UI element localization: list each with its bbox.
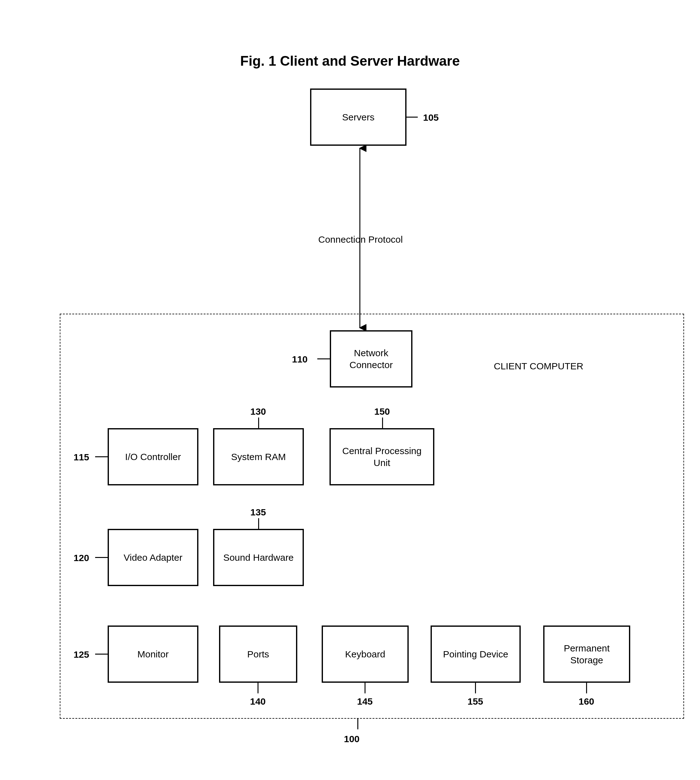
- leader-network-connector: [317, 358, 330, 359]
- box-permanent-storage: Permanent Storage: [543, 625, 630, 683]
- leader-client: [357, 719, 358, 729]
- box-permanent-storage-label: Permanent Storage: [549, 642, 625, 666]
- leader-sound-hw: [258, 518, 259, 529]
- ref-system-ram: 130: [250, 406, 266, 417]
- ref-client: 100: [344, 733, 360, 745]
- ref-keyboard: 145: [357, 696, 373, 707]
- leader-permanent-storage: [586, 683, 587, 694]
- box-servers: Servers: [310, 88, 407, 146]
- leader-video-adapter: [95, 557, 108, 558]
- box-io-controller: I/O Controller: [108, 428, 198, 486]
- ref-io-controller: 115: [73, 452, 89, 463]
- leader-servers: [407, 116, 418, 118]
- box-pointing-device: Pointing Device: [430, 625, 521, 683]
- box-network-connector: Network Connector: [330, 330, 412, 388]
- ref-video-adapter: 120: [73, 552, 89, 564]
- box-pointing-device-label: Pointing Device: [443, 648, 508, 660]
- ref-servers: 105: [423, 112, 439, 123]
- leader-monitor: [95, 654, 108, 655]
- ref-sound-hw: 135: [250, 507, 266, 518]
- leader-system-ram: [258, 417, 259, 428]
- box-ports-label: Ports: [247, 648, 269, 660]
- ref-ports: 140: [250, 696, 266, 707]
- diagram-canvas: Fig. 1 Client and Server Hardware Server…: [0, 0, 700, 780]
- box-ports: Ports: [219, 625, 297, 683]
- ref-network-connector: 110: [292, 354, 308, 365]
- box-servers-label: Servers: [342, 111, 374, 123]
- box-monitor: Monitor: [108, 625, 198, 683]
- ref-cpu: 150: [374, 406, 390, 417]
- box-sound-hardware-label: Sound Hardware: [223, 552, 293, 564]
- ref-permanent-storage: 160: [578, 696, 594, 707]
- leader-pointing-device: [475, 683, 476, 694]
- label-client-computer: CLIENT COMPUTER: [494, 361, 583, 372]
- leader-io-controller: [95, 456, 108, 457]
- box-system-ram-label: System RAM: [231, 451, 286, 463]
- box-video-adapter: Video Adapter: [108, 529, 198, 586]
- ref-monitor: 125: [73, 649, 89, 660]
- box-sound-hardware: Sound Hardware: [213, 529, 304, 586]
- leader-keyboard: [365, 683, 365, 694]
- label-connection-protocol: Connection Protocol: [318, 234, 403, 245]
- box-network-connector-label: Network Connector: [335, 347, 407, 371]
- box-cpu-label: Central Processing Unit: [335, 445, 429, 469]
- ref-pointing-device: 155: [468, 696, 483, 707]
- box-keyboard: Keyboard: [322, 625, 409, 683]
- box-system-ram: System RAM: [213, 428, 304, 486]
- figure-title: Fig. 1 Client and Server Hardware: [0, 53, 700, 69]
- box-cpu: Central Processing Unit: [330, 428, 434, 486]
- box-video-adapter-label: Video Adapter: [123, 552, 182, 564]
- leader-ports: [258, 683, 258, 694]
- box-monitor-label: Monitor: [137, 648, 169, 660]
- leader-cpu: [382, 417, 383, 428]
- box-io-controller-label: I/O Controller: [125, 451, 181, 463]
- box-keyboard-label: Keyboard: [345, 648, 385, 660]
